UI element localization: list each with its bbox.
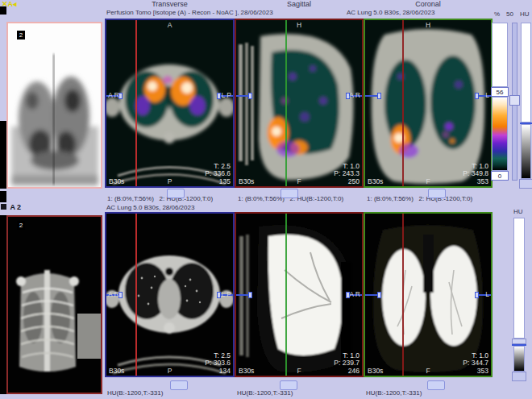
reference-line-handle[interactable]: [475, 93, 479, 99]
ct-window-label-col3: HU(B:-1200,T:-331): [366, 389, 422, 397]
reference-line-tick-left[interactable]: [236, 95, 249, 97]
filmstrip-fragment: [0, 6, 6, 15]
crosshair-vertical-line[interactable]: [402, 214, 404, 376]
orientation-letter-top: H: [236, 21, 362, 29]
crosshair-vertical-line[interactable]: [285, 214, 287, 376]
percent-scale-label: %: [494, 10, 500, 18]
frame-label: B30s: [109, 367, 124, 375]
fused-sagittal-panel[interactable]: H A R F B30s T: 1.0P: 243.3250: [235, 19, 364, 188]
filmstrip-fragment: [0, 121, 6, 189]
planar-reference-panel[interactable]: 2: [6, 22, 102, 189]
upper-scale-value: 50: [506, 10, 513, 18]
overlay-settings-col3: 1: (B:0%,T:56%) 2: HU(B:-1200,T:0): [367, 195, 472, 202]
slice-position-indicator[interactable]: [170, 380, 188, 390]
ct-hu-slider-cap[interactable]: [512, 372, 526, 381]
orientation-letter-right: A R: [349, 91, 360, 99]
slice-position-indicator[interactable]: [167, 189, 185, 198]
orientation-letter-right: A R: [349, 290, 360, 298]
orientation-letter-right: L P: [222, 290, 231, 298]
frame-label: B30s: [368, 177, 383, 185]
ct-hu-slider-handle[interactable]: [512, 339, 526, 344]
ct-series-title-mid: AC Lung 5.0 B30s, 28/06/2023: [106, 204, 194, 211]
reference-line-handle[interactable]: [118, 93, 123, 99]
hu-slider-cap[interactable]: [519, 179, 532, 189]
hu-colorbar-upper[interactable]: [521, 23, 531, 123]
fusion-viewer-window: ✕A◂ Transverse Sagittal Coronal Perfusio…: [0, 0, 532, 399]
frame-label: B30s: [239, 177, 254, 185]
overlay-settings-col1: 1: (B:0%,T:56%) 2: HU(B:-1200,T:0): [107, 195, 213, 202]
ct-hu-colorbar-gradient[interactable]: [513, 346, 525, 372]
ct-series-title-header: AC Lung 5.0 B30s, 28/06/2023: [347, 9, 434, 16]
series-marker-label: A 2: [10, 203, 21, 211]
slice-info: T: 2.5P: 336.6135: [205, 163, 231, 186]
ct-mip-image: [8, 217, 101, 393]
reference-line-handle[interactable]: [217, 93, 221, 99]
column-title-coronal: Coronal: [364, 0, 493, 8]
reference-line-handle[interactable]: [248, 93, 252, 99]
ct-coronal-panel[interactable]: L F B30s T: 1.0P: 344.7353: [364, 212, 493, 377]
reference-line-tick-left[interactable]: [365, 95, 378, 97]
ct-reference-panel[interactable]: 2: [6, 215, 102, 394]
slice-info: T: 1.0P: 344.7353: [463, 352, 488, 376]
reference-line-tick-left[interactable]: [365, 294, 378, 296]
slice-info: T: 2.5P: 303.6134: [205, 352, 231, 376]
column-title-transverse: Transverse: [105, 0, 235, 8]
crosshair-vertical-line[interactable]: [135, 214, 137, 376]
crosshair-vertical-line[interactable]: [402, 20, 404, 186]
frame-label: B30s: [109, 177, 124, 185]
fused-series-title: Perfusion Tomo [Isotope (A) - Recon - No…: [106, 9, 273, 16]
reference-line-handle[interactable]: [475, 292, 479, 298]
percent-colorbar-upper[interactable]: [492, 23, 508, 87]
slice-position-indicator[interactable]: [280, 380, 297, 390]
crosshair-vertical-line[interactable]: [285, 20, 287, 186]
hu-scale-label-bottom: HU: [513, 208, 523, 215]
ct-hu-colorbar-upper[interactable]: [513, 218, 525, 339]
frame-label: B30s: [239, 367, 254, 375]
reference-line-tick-left[interactable]: [236, 294, 249, 296]
hu-scale-label-top: HU: [520, 10, 530, 18]
orientation-letter-top: H: [365, 21, 491, 29]
ct-window-label-col1: HU(B:-1200,T:-331): [107, 389, 163, 397]
colormap-threshold-value: 56: [491, 87, 509, 97]
percent-threshold-slider-handle[interactable]: [509, 95, 520, 106]
reference-line-handle[interactable]: [217, 292, 221, 298]
frame-label: B30s: [368, 367, 383, 375]
filmstrip-fragment: [0, 215, 6, 394]
ct-window-label-col2: HU(B:-1200,T:-331): [237, 389, 293, 397]
ct-sagittal-panel[interactable]: A R F B30s T: 1.0P: 239.7246: [235, 212, 364, 377]
orientation-letter-left: A R: [108, 91, 119, 99]
hu-colorbar-gradient[interactable]: [521, 124, 531, 179]
column-title-sagittal: Sagittal: [235, 0, 364, 8]
reference-line-handle[interactable]: [377, 292, 381, 298]
colormap-min-value: 0: [491, 171, 509, 181]
orientation-letter-right: L: [485, 91, 489, 99]
orientation-letter-left: A R: [108, 290, 119, 298]
reference-line-handle[interactable]: [377, 93, 381, 99]
slice-info: T: 1.0P: 349.8353: [463, 163, 488, 186]
series-marker[interactable]: A 2: [1, 199, 21, 209]
ct-transverse-panel[interactable]: A R L P P B30s T: 2.5P: 303.6134: [105, 212, 235, 377]
slice-position-indicator[interactable]: [428, 189, 446, 198]
slice-info: T: 1.0P: 243.3250: [334, 163, 360, 186]
slice-position-indicator[interactable]: [427, 380, 445, 390]
fused-coronal-panel[interactable]: H L F B30s T: 1.0P: 349.8353: [364, 19, 493, 188]
crosshair-vertical-line[interactable]: [135, 20, 137, 186]
slice-position-indicator[interactable]: [281, 189, 298, 198]
reference-line-handle[interactable]: [248, 292, 252, 298]
fused-transverse-panel[interactable]: A A R L P P B30s T: 2.5P: 336.6135: [105, 19, 235, 188]
orientation-letter-right: L P: [222, 91, 231, 99]
orientation-letter-top: A: [106, 21, 233, 29]
percent-colorbar-gradient[interactable]: [492, 97, 508, 171]
orientation-letter-right: L: [485, 290, 489, 298]
slice-info: T: 1.0P: 239.7246: [334, 352, 360, 376]
image-index-badge: 2: [17, 221, 25, 230]
image-index-badge: 2: [17, 31, 25, 39]
reference-line-handle[interactable]: [118, 292, 123, 298]
series-marker-icon: [1, 204, 6, 210]
planar-lung-image: [8, 23, 101, 187]
